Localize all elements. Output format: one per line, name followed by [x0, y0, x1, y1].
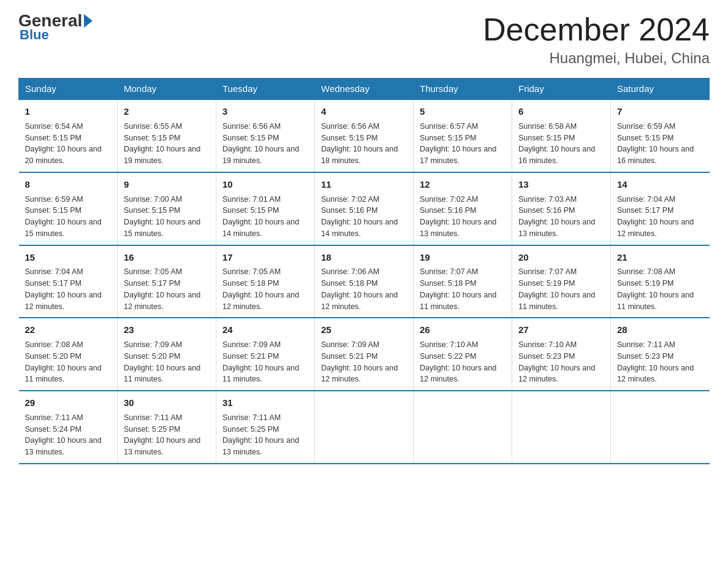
day-info: Sunrise: 7:10 AMSunset: 5:23 PMDaylight:… — [518, 339, 604, 385]
calendar-cell: 29Sunrise: 7:11 AMSunset: 5:24 PMDayligh… — [19, 391, 118, 464]
calendar-cell: 5Sunrise: 6:57 AMSunset: 5:15 PMDaylight… — [414, 99, 512, 172]
day-info: Sunrise: 6:55 AMSunset: 5:15 PMDaylight:… — [124, 121, 210, 167]
day-number: 13 — [518, 178, 604, 191]
day-number: 14 — [617, 178, 703, 191]
calendar-week-row: 1Sunrise: 6:54 AMSunset: 5:15 PMDaylight… — [19, 99, 710, 172]
day-info: Sunrise: 7:10 AMSunset: 5:22 PMDaylight:… — [420, 339, 506, 385]
calendar-cell: 3Sunrise: 6:56 AMSunset: 5:15 PMDaylight… — [216, 99, 315, 172]
calendar-cell: 21Sunrise: 7:08 AMSunset: 5:19 PMDayligh… — [611, 245, 710, 318]
day-number: 30 — [124, 396, 210, 410]
day-number: 17 — [222, 251, 308, 264]
day-number: 8 — [25, 178, 112, 191]
calendar-week-row: 8Sunrise: 6:59 AMSunset: 5:15 PMDaylight… — [19, 172, 710, 245]
day-info: Sunrise: 7:07 AMSunset: 5:18 PMDaylight:… — [420, 266, 506, 312]
calendar-cell: 31Sunrise: 7:11 AMSunset: 5:25 PMDayligh… — [216, 391, 315, 464]
day-info: Sunrise: 6:54 AMSunset: 5:15 PMDaylight:… — [25, 121, 112, 167]
day-number: 6 — [518, 105, 604, 118]
day-number: 5 — [420, 105, 506, 118]
calendar-cell: 7Sunrise: 6:59 AMSunset: 5:15 PMDaylight… — [611, 99, 710, 172]
day-number: 19 — [420, 251, 506, 264]
calendar-cell — [611, 391, 710, 464]
day-number: 10 — [222, 178, 308, 191]
calendar-cell: 22Sunrise: 7:08 AMSunset: 5:20 PMDayligh… — [19, 318, 118, 391]
calendar-cell: 18Sunrise: 7:06 AMSunset: 5:18 PMDayligh… — [315, 245, 414, 318]
day-info: Sunrise: 7:11 AMSunset: 5:25 PMDaylight:… — [124, 412, 210, 458]
calendar-cell: 12Sunrise: 7:02 AMSunset: 5:16 PMDayligh… — [414, 172, 512, 245]
day-info: Sunrise: 6:56 AMSunset: 5:15 PMDaylight:… — [321, 121, 407, 167]
day-number: 12 — [420, 178, 506, 191]
calendar-week-row: 22Sunrise: 7:08 AMSunset: 5:20 PMDayligh… — [19, 318, 710, 391]
calendar-cell — [512, 391, 611, 464]
calendar-cell: 4Sunrise: 6:56 AMSunset: 5:15 PMDaylight… — [315, 99, 414, 172]
day-number: 27 — [518, 323, 604, 337]
calendar-cell: 26Sunrise: 7:10 AMSunset: 5:22 PMDayligh… — [414, 318, 512, 391]
day-info: Sunrise: 7:01 AMSunset: 5:15 PMDaylight:… — [222, 194, 308, 240]
day-number: 2 — [124, 105, 210, 118]
day-number: 22 — [25, 323, 112, 337]
calendar-cell: 14Sunrise: 7:04 AMSunset: 5:17 PMDayligh… — [611, 172, 710, 245]
calendar-cell: 24Sunrise: 7:09 AMSunset: 5:21 PMDayligh… — [216, 318, 315, 391]
day-number: 4 — [321, 105, 407, 118]
day-info: Sunrise: 7:02 AMSunset: 5:16 PMDaylight:… — [321, 194, 407, 240]
calendar-cell: 10Sunrise: 7:01 AMSunset: 5:15 PMDayligh… — [216, 172, 315, 245]
day-info: Sunrise: 7:08 AMSunset: 5:19 PMDaylight:… — [617, 266, 703, 312]
title-block: December 2024 Huangmei, Hubei, China — [483, 12, 710, 67]
header-wednesday: Wednesday — [315, 79, 414, 100]
calendar-cell: 17Sunrise: 7:05 AMSunset: 5:18 PMDayligh… — [216, 245, 315, 318]
calendar-week-row: 15Sunrise: 7:04 AMSunset: 5:17 PMDayligh… — [19, 245, 710, 318]
calendar-cell: 23Sunrise: 7:09 AMSunset: 5:20 PMDayligh… — [118, 318, 216, 391]
header-monday: Monday — [118, 79, 216, 100]
calendar-subtitle: Huangmei, Hubei, China — [483, 50, 710, 67]
calendar-header-row: SundayMondayTuesdayWednesdayThursdayFrid… — [19, 79, 710, 100]
calendar-cell: 20Sunrise: 7:07 AMSunset: 5:19 PMDayligh… — [512, 245, 611, 318]
calendar-cell: 6Sunrise: 6:58 AMSunset: 5:15 PMDaylight… — [512, 99, 611, 172]
calendar-cell: 30Sunrise: 7:11 AMSunset: 5:25 PMDayligh… — [118, 391, 216, 464]
day-number: 15 — [25, 251, 112, 264]
day-info: Sunrise: 7:05 AMSunset: 5:17 PMDaylight:… — [124, 266, 210, 312]
day-info: Sunrise: 6:57 AMSunset: 5:15 PMDaylight:… — [420, 121, 506, 167]
day-number: 3 — [222, 105, 308, 118]
calendar-cell: 19Sunrise: 7:07 AMSunset: 5:18 PMDayligh… — [414, 245, 512, 318]
calendar-cell: 27Sunrise: 7:10 AMSunset: 5:23 PMDayligh… — [512, 318, 611, 391]
header-tuesday: Tuesday — [216, 79, 315, 100]
calendar-cell: 25Sunrise: 7:09 AMSunset: 5:21 PMDayligh… — [315, 318, 414, 391]
day-info: Sunrise: 7:00 AMSunset: 5:15 PMDaylight:… — [124, 194, 210, 240]
day-info: Sunrise: 7:07 AMSunset: 5:19 PMDaylight:… — [518, 266, 604, 312]
calendar-cell: 1Sunrise: 6:54 AMSunset: 5:15 PMDaylight… — [19, 99, 118, 172]
day-info: Sunrise: 7:09 AMSunset: 5:21 PMDaylight:… — [321, 339, 407, 385]
day-info: Sunrise: 7:09 AMSunset: 5:20 PMDaylight:… — [124, 339, 210, 385]
calendar-title: December 2024 — [483, 12, 710, 47]
calendar-cell: 13Sunrise: 7:03 AMSunset: 5:16 PMDayligh… — [512, 172, 611, 245]
calendar-cell: 2Sunrise: 6:55 AMSunset: 5:15 PMDaylight… — [118, 99, 216, 172]
day-number: 24 — [222, 323, 308, 337]
day-info: Sunrise: 7:02 AMSunset: 5:16 PMDaylight:… — [420, 194, 506, 240]
day-number: 16 — [124, 251, 210, 264]
day-info: Sunrise: 6:59 AMSunset: 5:15 PMDaylight:… — [25, 194, 112, 240]
calendar-cell: 9Sunrise: 7:00 AMSunset: 5:15 PMDaylight… — [118, 172, 216, 245]
day-number: 25 — [321, 323, 407, 337]
day-number: 7 — [617, 105, 703, 118]
day-number: 1 — [25, 105, 112, 118]
day-info: Sunrise: 7:05 AMSunset: 5:18 PMDaylight:… — [222, 266, 308, 312]
day-number: 26 — [420, 323, 506, 337]
header-thursday: Thursday — [414, 79, 512, 100]
day-number: 31 — [222, 396, 308, 410]
day-number: 23 — [124, 323, 210, 337]
header-saturday: Saturday — [611, 79, 710, 100]
calendar-table: SundayMondayTuesdayWednesdayThursdayFrid… — [18, 78, 710, 464]
day-number: 11 — [321, 178, 407, 191]
day-number: 28 — [617, 323, 703, 337]
day-info: Sunrise: 7:03 AMSunset: 5:16 PMDaylight:… — [518, 194, 604, 240]
logo-blue-text: Blue — [20, 27, 49, 43]
logo: General Blue — [18, 12, 93, 43]
day-info: Sunrise: 7:08 AMSunset: 5:20 PMDaylight:… — [25, 339, 112, 385]
day-info: Sunrise: 7:04 AMSunset: 5:17 PMDaylight:… — [617, 194, 703, 240]
day-number: 20 — [518, 251, 604, 264]
logo-arrow-icon — [84, 14, 93, 28]
day-number: 18 — [321, 251, 407, 264]
day-info: Sunrise: 7:11 AMSunset: 5:24 PMDaylight:… — [25, 412, 112, 458]
day-info: Sunrise: 7:11 AMSunset: 5:23 PMDaylight:… — [617, 339, 703, 385]
day-number: 21 — [617, 251, 703, 264]
calendar-cell: 28Sunrise: 7:11 AMSunset: 5:23 PMDayligh… — [611, 318, 710, 391]
calendar-cell — [414, 391, 512, 464]
